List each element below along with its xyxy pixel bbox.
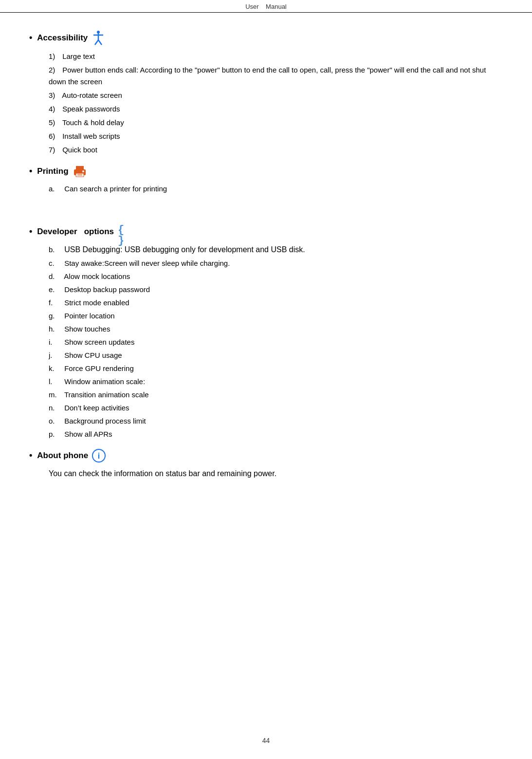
about-phone-description: You can check the information on status … [29, 467, 503, 480]
list-item: a. Can search a printer for printing [49, 183, 503, 195]
bullet-dot-about: • [29, 450, 32, 461]
list-item: 4) Speak passwords [49, 103, 503, 115]
list-item: 6) Install web scripts [49, 130, 503, 142]
developer-list: b. USB Debugging: USB debugging only for… [29, 243, 503, 440]
about-phone-section: • About phone i You can check the inform… [29, 449, 503, 480]
print-icon [73, 165, 87, 178]
list-item: j. Show CPU usage [49, 350, 503, 361]
list-item: 1) Large text [49, 51, 503, 62]
list-item: b. USB Debugging: USB debugging only for… [49, 243, 503, 256]
about-phone-title: • About phone i [29, 449, 503, 463]
list-item: i. Show screen updates [49, 336, 503, 348]
list-item: m. Transition animation scale [49, 389, 503, 401]
printing-title: • Printing [29, 165, 503, 178]
printing-label: Printing [37, 167, 68, 176]
accessibility-list: 1) Large text 2) Power button ends call:… [29, 51, 503, 156]
spacer1 [29, 204, 503, 212]
svg-point-10 [82, 170, 84, 172]
svg-line-4 [98, 40, 102, 45]
accessibility-title: • Accessibility [29, 30, 503, 46]
list-item: 5) Touch & hold delay [49, 117, 503, 129]
list-item: k. Force GPU rendering [49, 363, 503, 374]
list-item: g. Pointer location [49, 310, 503, 322]
list-item: h. Show touches [49, 323, 503, 335]
list-item: d. Alow mock locations [49, 271, 503, 282]
list-item: 2) Power button ends call: According to … [49, 64, 503, 88]
svg-rect-6 [76, 166, 84, 170]
printing-section: • Printing a. [29, 165, 503, 195]
developer-title: • Developer options { } [29, 225, 503, 239]
developer-label: Developer options [37, 227, 114, 237]
list-item: 3) Auto-rotate screen [49, 90, 503, 101]
list-item: l. Window animation scale: [49, 376, 503, 388]
list-item: e. Desktop backup password [49, 284, 503, 296]
accessibility-section: • Accessibility 1) Large text [29, 30, 503, 156]
svg-point-0 [97, 31, 100, 34]
list-item: n. Don’t keep activities [49, 402, 503, 414]
spacer2 [29, 212, 503, 221]
list-item: o. Background process limit [49, 415, 503, 427]
developer-section: • Developer options { } b. USB Debugging… [29, 225, 503, 440]
info-icon: i [92, 449, 106, 463]
page-header: User Manual [0, 0, 532, 13]
list-item: c. Stay awake:Screen will never sleep wh… [49, 258, 503, 269]
bullet-dot-printing: • [29, 166, 32, 177]
page-content: • Accessibility 1) Large text [0, 21, 532, 508]
page-number: 44 [0, 737, 532, 744]
list-item: f. Strict mode enabled [49, 297, 503, 309]
accessibility-label: Accessibility [37, 33, 88, 43]
about-phone-label: About phone [37, 451, 88, 461]
list-item: p. Show all APRs [49, 428, 503, 440]
svg-text:i: i [98, 452, 100, 460]
svg-line-3 [95, 40, 98, 45]
printing-list: a. Can search a printer for printing [29, 183, 503, 195]
accessibility-icon [92, 30, 105, 46]
bullet-dot-dev: • [29, 226, 32, 237]
header-text: User Manual [245, 3, 287, 10]
dev-icon: { } [118, 225, 134, 239]
list-item: 7) Quick boot [49, 144, 503, 156]
bullet-dot-accessibility: • [29, 33, 32, 43]
